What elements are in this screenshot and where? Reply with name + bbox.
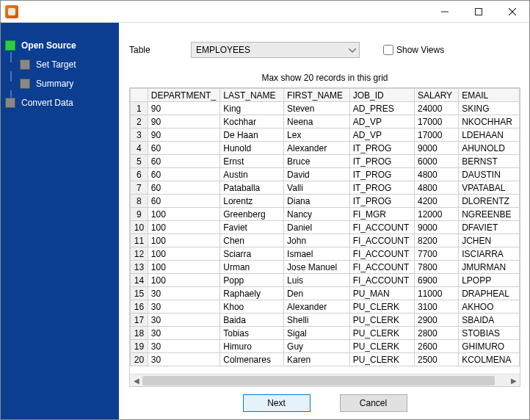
cell[interactable]: Greenberg [220, 208, 284, 221]
cell[interactable]: Neena [284, 115, 350, 128]
cell[interactable]: 9000 [414, 142, 458, 155]
cell[interactable]: 60 [148, 142, 219, 155]
cell[interactable]: Kochhar [220, 115, 284, 128]
row-number[interactable]: 5 [131, 155, 148, 168]
cell[interactable]: Valli [284, 181, 350, 195]
cell[interactable]: PU_CLERK [349, 340, 414, 353]
column-header[interactable]: LAST_NAME [220, 89, 284, 102]
table-row[interactable]: 190KingStevenAD_PRES24000SKING [131, 102, 520, 115]
cell[interactable]: 4800 [414, 168, 458, 181]
cell[interactable]: Austin [220, 168, 284, 181]
cell[interactable]: KCOLMENA [459, 353, 520, 366]
cell[interactable]: DRAPHEAL [459, 287, 520, 300]
cell[interactable]: 100 [148, 234, 219, 247]
cell[interactable]: Sciarra [220, 247, 284, 261]
cell[interactable]: 30 [148, 340, 219, 353]
table-select[interactable]: EMPLOYEES [191, 42, 360, 58]
table-row[interactable]: 1830TobiasSigalPU_CLERK2800STOBIAS [131, 327, 520, 340]
scrollbar-thumb[interactable] [142, 376, 495, 385]
cell[interactable]: 60 [148, 168, 219, 181]
cell[interactable]: Daniel [284, 221, 350, 234]
row-number[interactable]: 6 [131, 168, 148, 181]
cell[interactable]: 6900 [414, 274, 458, 287]
cell[interactable]: SBAIDA [459, 314, 520, 327]
cell[interactable]: 17000 [414, 115, 458, 128]
cell[interactable]: Popp [220, 274, 284, 287]
cell[interactable]: STOBIAS [459, 327, 520, 340]
cell[interactable]: AD_PRES [349, 102, 414, 115]
cell[interactable]: Alexander [284, 142, 350, 155]
cell[interactable]: DFAVIET [459, 221, 520, 234]
cell[interactable]: Ernst [220, 155, 284, 168]
data-grid[interactable]: DEPARTMENT_LAST_NAMEFIRST_NAMEJOB_IDSALA… [129, 87, 520, 387]
cell[interactable]: Nancy [284, 208, 350, 221]
cell[interactable]: 2900 [414, 314, 458, 327]
cell[interactable]: IT_PROG [349, 168, 414, 181]
scroll-left-icon[interactable]: ◀ [130, 374, 142, 386]
cell[interactable]: 4200 [414, 195, 458, 208]
cell[interactable]: AD_VP [349, 128, 414, 142]
cell[interactable]: 8200 [414, 234, 458, 247]
cell[interactable]: FI_ACCOUNT [349, 274, 414, 287]
show-views-checkbox[interactable] [383, 45, 393, 55]
row-number[interactable]: 18 [131, 327, 148, 340]
column-header[interactable]: JOB_ID [349, 89, 414, 102]
cancel-button[interactable]: Cancel [340, 394, 407, 412]
row-number[interactable]: 16 [131, 300, 148, 314]
cell[interactable]: Khoo [220, 300, 284, 314]
wizard-step-convert-data[interactable]: Convert Data [1, 93, 119, 112]
cell[interactable]: De Haan [220, 128, 284, 142]
table-row[interactable]: 13100UrmanJose ManuelFI_ACCOUNT7800JMURM… [131, 261, 520, 274]
table-row[interactable]: 12100SciarraIsmaelFI_ACCOUNT7700ISCIARRA [131, 247, 520, 261]
cell[interactable]: NGREENBE [459, 208, 520, 221]
column-header[interactable]: SALARY [414, 89, 458, 102]
row-number[interactable]: 2 [131, 115, 148, 128]
cell[interactable]: PU_CLERK [349, 300, 414, 314]
cell[interactable]: Bruce [284, 155, 350, 168]
table-row[interactable]: 560ErnstBruceIT_PROG6000BERNST [131, 155, 520, 168]
cell[interactable]: 60 [148, 155, 219, 168]
cell[interactable]: IT_PROG [349, 155, 414, 168]
cell[interactable]: AKHOO [459, 300, 520, 314]
cell[interactable]: Lex [284, 128, 350, 142]
cell[interactable]: 100 [148, 221, 219, 234]
row-number[interactable]: 12 [131, 247, 148, 261]
cell[interactable]: 6000 [414, 155, 458, 168]
table-row[interactable]: 390De HaanLexAD_VP17000LDEHAAN [131, 128, 520, 142]
cell[interactable]: Urman [220, 261, 284, 274]
maximize-button[interactable] [462, 1, 495, 22]
cell[interactable]: 60 [148, 195, 219, 208]
wizard-step-set-target[interactable]: Set Target [1, 55, 119, 74]
cell[interactable]: Hunold [220, 142, 284, 155]
table-row[interactable]: 2030ColmenaresKarenPU_CLERK2500KCOLMENA [131, 353, 520, 366]
cell[interactable]: Faviet [220, 221, 284, 234]
row-number[interactable]: 20 [131, 353, 148, 366]
cell[interactable]: 7800 [414, 261, 458, 274]
cell[interactable]: NKOCHHAR [459, 115, 520, 128]
table-row[interactable]: 460HunoldAlexanderIT_PROG9000AHUNOLD [131, 142, 520, 155]
cell[interactable]: Steven [284, 102, 350, 115]
column-header[interactable]: EMAIL [459, 89, 520, 102]
wizard-step-summary[interactable]: Summary [1, 74, 119, 93]
cell[interactable]: PU_CLERK [349, 353, 414, 366]
cell[interactable]: JCHEN [459, 234, 520, 247]
cell[interactable]: 12000 [414, 208, 458, 221]
row-number[interactable]: 11 [131, 234, 148, 247]
cell[interactable]: 2600 [414, 340, 458, 353]
next-button[interactable]: Next [243, 394, 311, 412]
cell[interactable]: 30 [148, 300, 219, 314]
cell[interactable]: David [284, 168, 350, 181]
cell[interactable]: AHUNOLD [459, 142, 520, 155]
row-number[interactable]: 7 [131, 181, 148, 195]
cell[interactable]: 90 [148, 102, 219, 115]
cell[interactable]: John [284, 234, 350, 247]
cell[interactable]: LPOPP [459, 274, 520, 287]
scroll-right-icon[interactable]: ▶ [507, 374, 520, 386]
cell[interactable]: Himuro [220, 340, 284, 353]
table-row[interactable]: 760PataballaValliIT_PROG4800VPATABAL [131, 181, 520, 195]
column-header[interactable]: FIRST_NAME [284, 89, 350, 102]
cell[interactable]: Den [284, 287, 350, 300]
cell[interactable]: Guy [284, 340, 350, 353]
cell[interactable]: VPATABAL [459, 181, 520, 195]
cell[interactable]: 100 [148, 247, 219, 261]
